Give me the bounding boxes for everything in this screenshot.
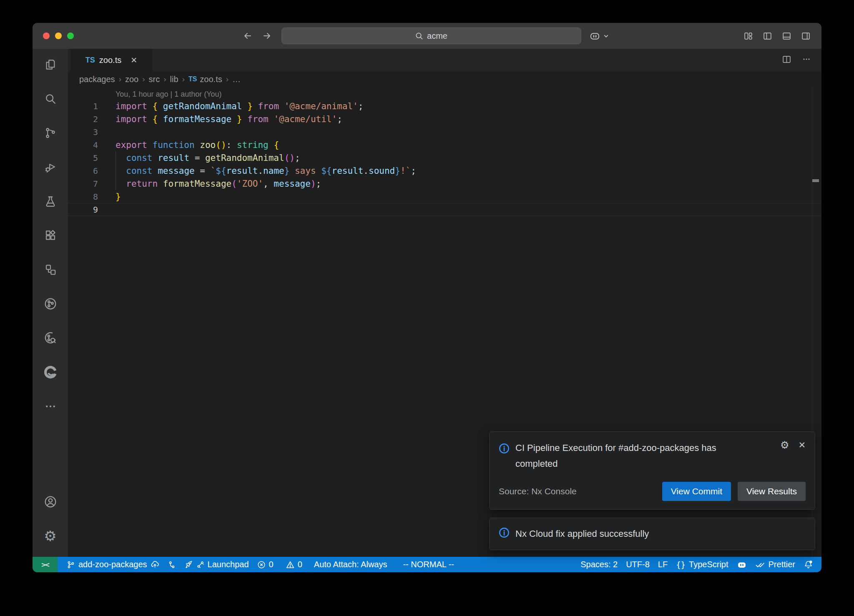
breadcrumb-item--[interactable]: … xyxy=(232,75,241,84)
encoding-status-item[interactable]: UTF-8 xyxy=(622,557,654,572)
overview-ruler-mark xyxy=(812,179,819,182)
toggle-panel-icon[interactable] xyxy=(782,31,791,41)
line-number: 5 xyxy=(68,153,98,163)
notification-close-icon[interactable]: ✕ xyxy=(798,440,806,450)
code-text: import { getRandomAnimal } from '@acme/a… xyxy=(116,101,363,111)
breadcrumb-separator: › xyxy=(222,75,232,84)
extensions-icon[interactable] xyxy=(33,222,68,249)
vscode-window: acme xyxy=(33,23,821,572)
code-text: return formatMessage('ZOO', message); xyxy=(116,179,321,189)
code-line-2: 2import { formatMessage } from '@acme/ut… xyxy=(68,113,821,125)
code-lines: 1import { getRandomAnimal } from '@acme/… xyxy=(68,100,821,216)
editor-more-actions-icon[interactable] xyxy=(801,54,811,66)
customize-layout-icon[interactable] xyxy=(743,31,753,41)
notification-settings-icon[interactable]: ⚙ xyxy=(780,440,789,450)
code-line-1: 1import { getRandomAnimal } from '@acme/… xyxy=(68,100,821,113)
warning-icon xyxy=(286,561,294,569)
copilot-icon xyxy=(589,30,600,42)
search-view-icon[interactable] xyxy=(33,85,68,112)
branch-name: add-zoo-packages xyxy=(78,560,147,569)
eol-status-item[interactable]: LF xyxy=(654,557,672,572)
forward-arrow-icon[interactable] xyxy=(262,31,272,41)
tab-zoo-ts[interactable]: TS zoo.ts ✕ xyxy=(70,49,152,71)
tab-close-icon[interactable]: ✕ xyxy=(131,55,137,65)
settings-gear-icon[interactable]: ⚙ xyxy=(33,523,68,549)
copilot-status-icon xyxy=(737,560,747,570)
bell-icon xyxy=(804,560,813,569)
code-line-6: 6 const message = `${result.name} says $… xyxy=(68,164,821,177)
view-results-button[interactable]: View Results xyxy=(738,482,806,501)
auto-attach-status-item[interactable]: Auto Attach: Always xyxy=(310,557,392,572)
breadcrumb-item-src[interactable]: src xyxy=(149,75,160,84)
accounts-icon[interactable] xyxy=(33,488,68,515)
code-line-8: 8} xyxy=(68,190,821,203)
breadcrumb-separator: › xyxy=(160,75,170,84)
vim-mode-label: -- NORMAL -- xyxy=(403,560,454,569)
nx-console-icon[interactable] xyxy=(33,256,68,283)
toggle-secondary-sidebar-icon[interactable] xyxy=(801,31,811,41)
encoding-label: UTF-8 xyxy=(626,560,650,569)
source-control-icon[interactable] xyxy=(33,120,68,146)
testing-icon[interactable] xyxy=(33,188,68,215)
formatter-status-item[interactable]: Prettier xyxy=(751,557,799,572)
command-center-search[interactable]: acme xyxy=(281,28,581,44)
code-line-4: 4export function zoo(): string { xyxy=(68,138,821,151)
gitlens-icon[interactable] xyxy=(33,290,68,317)
line-number: 8 xyxy=(68,192,98,202)
code-text: export function zoo(): string { xyxy=(116,140,279,150)
edge-tools-icon[interactable] xyxy=(33,359,68,386)
vim-mode-status-item[interactable]: -- NORMAL -- xyxy=(399,557,458,572)
indentation-status-item[interactable]: Spaces: 2 xyxy=(576,557,622,572)
code-text: import { formatMessage } from '@acme/uti… xyxy=(116,114,342,124)
view-commit-button[interactable]: View Commit xyxy=(662,482,731,501)
auto-attach-label: Auto Attach: Always xyxy=(314,560,387,569)
breadcrumb-separator: › xyxy=(138,75,148,84)
notification-message: Nx Cloud fix applied successfully xyxy=(515,528,649,539)
indentation-label: Spaces: 2 xyxy=(580,560,618,569)
breadcrumb-item-packages[interactable]: packages xyxy=(79,75,115,84)
git-branch-icon xyxy=(67,561,75,569)
minimize-window-button[interactable] xyxy=(55,33,62,39)
line-number: 4 xyxy=(68,140,98,150)
notification-message: CI Pipeline Execution for #add-zoo-packa… xyxy=(515,440,749,472)
line-number: 1 xyxy=(68,101,98,111)
notifications-bell-item[interactable] xyxy=(799,557,817,572)
problems-status-item[interactable]: 0 0 xyxy=(253,557,306,572)
traffic-lights xyxy=(43,23,74,49)
explorer-icon[interactable] xyxy=(33,51,68,78)
line-number: 3 xyxy=(68,127,98,137)
back-arrow-icon[interactable] xyxy=(243,31,253,41)
launchpad-status-item[interactable]: Launchpad xyxy=(180,557,253,572)
toggle-primary-sidebar-icon[interactable] xyxy=(763,31,772,41)
search-icon xyxy=(415,32,423,40)
zoom-window-button[interactable] xyxy=(67,33,74,39)
language-status-item[interactable]: {} TypeScript xyxy=(672,557,732,572)
code-line-3: 3 xyxy=(68,125,821,138)
gitlens-inspect-icon[interactable] xyxy=(33,325,68,351)
code-line-5: 5 const result = getRandomAnimal(); xyxy=(68,151,821,164)
tab-bar: TS zoo.ts ✕ xyxy=(68,49,821,71)
run-and-debug-icon[interactable] xyxy=(33,154,68,180)
split-editor-icon[interactable] xyxy=(782,55,791,66)
gitlens-blame-annotation: You, 1 hour ago | 1 author (You) xyxy=(116,89,821,100)
commit-graph-status-item[interactable] xyxy=(163,557,180,572)
titlebar: acme xyxy=(33,23,821,49)
braces-icon: {} xyxy=(676,560,686,569)
copilot-status-item[interactable] xyxy=(733,557,751,572)
breadcrumb-item-zoo[interactable]: zoo xyxy=(125,75,138,84)
more-views-icon[interactable] xyxy=(33,393,68,420)
copilot-menu[interactable] xyxy=(589,23,609,49)
info-icon xyxy=(499,527,510,541)
notification-toast-ci-pipeline: CI Pipeline Execution for #add-zoo-packa… xyxy=(489,431,815,510)
info-icon xyxy=(499,443,510,456)
branch-status-item[interactable]: add-zoo-packages xyxy=(63,557,163,572)
typescript-file-icon: TS xyxy=(85,56,95,65)
close-window-button[interactable] xyxy=(43,33,50,39)
notification-toast-nx-cloud: Nx Cloud fix applied successfully xyxy=(489,518,815,550)
breadcrumb-separator: › xyxy=(115,75,125,84)
remote-indicator[interactable]: >< xyxy=(33,557,58,572)
remote-icon: >< xyxy=(41,560,49,569)
breadcrumb-item-zoo-ts[interactable]: TSzoo.ts xyxy=(188,75,222,84)
breadcrumb-item-lib[interactable]: lib xyxy=(170,75,178,84)
code-text: const message = `${result.name} says ${r… xyxy=(116,166,416,176)
